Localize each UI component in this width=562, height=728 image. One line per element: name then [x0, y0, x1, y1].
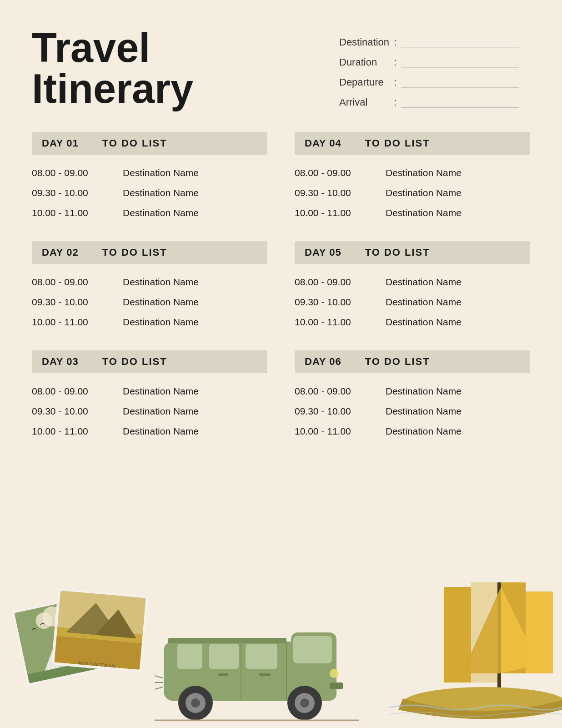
day-todo-label-1: TO DO LIST [89, 132, 181, 155]
photo-cards-decoration: MOUNTAIN [18, 582, 164, 719]
day-block-5: DAY 03TO DO LIST08.00 - 09.00Destination… [32, 350, 267, 441]
duration-line[interactable] [401, 57, 519, 67]
item-destination-name[interactable]: Destination Name [123, 297, 199, 308]
day-header-3: DAY 02TO DO LIST [32, 241, 267, 264]
day-header-2: DAY 04TO DO LIST [295, 132, 530, 155]
photo-card-2: MOUNTAIN [51, 588, 149, 673]
item-time: 09.30 - 10.00 [32, 187, 123, 198]
list-item: 10.00 - 11.00Destination Name [32, 421, 267, 441]
item-time: 08.00 - 09.00 [295, 386, 386, 397]
item-destination-name[interactable]: Destination Name [386, 187, 462, 198]
days-grid: DAY 01TO DO LIST08.00 - 09.00Destination… [32, 132, 530, 441]
day-todo-label-3: TO DO LIST [89, 241, 181, 264]
item-destination-name[interactable]: Destination Name [123, 406, 199, 417]
duration-label: Duration [339, 56, 389, 68]
day-header-1: DAY 01TO DO LIST [32, 132, 267, 155]
svg-rect-20 [246, 644, 277, 669]
svg-line-35 [155, 676, 163, 678]
day-label-3: DAY 02 [32, 241, 89, 264]
svg-rect-38 [168, 638, 286, 643]
info-row-departure: Departure : [339, 76, 530, 88]
item-time: 09.30 - 10.00 [295, 187, 386, 198]
destination-line[interactable] [401, 37, 519, 47]
svg-rect-31 [330, 682, 343, 689]
item-time: 10.00 - 11.00 [32, 426, 123, 437]
item-time: 08.00 - 09.00 [32, 277, 123, 288]
item-destination-name[interactable]: Destination Name [386, 277, 462, 288]
page: Travel Itinerary Destination : Duration … [0, 0, 562, 728]
svg-rect-19 [293, 636, 332, 663]
item-destination-name[interactable]: Destination Name [386, 406, 462, 417]
svg-point-32 [330, 669, 339, 678]
list-item: 08.00 - 09.00Destination Name [295, 272, 530, 292]
list-item: 08.00 - 09.00Destination Name [295, 381, 530, 401]
title-line1: Travel [32, 25, 150, 71]
item-destination-name[interactable]: Destination Name [123, 386, 199, 397]
list-item: 10.00 - 11.00Destination Name [32, 312, 267, 332]
item-time: 09.30 - 10.00 [295, 406, 386, 417]
list-item: 09.30 - 10.00Destination Name [32, 401, 267, 421]
item-destination-name[interactable]: Destination Name [386, 297, 462, 308]
day-header-6: DAY 06TO DO LIST [295, 350, 530, 373]
list-item: 09.30 - 10.00Destination Name [32, 292, 267, 312]
item-destination-name[interactable]: Destination Name [386, 207, 462, 218]
item-destination-name[interactable]: Destination Name [123, 207, 199, 218]
item-destination-name[interactable]: Destination Name [386, 317, 462, 328]
item-destination-name[interactable]: Destination Name [123, 317, 199, 328]
arrival-label: Arrival [339, 96, 389, 108]
info-row-destination: Destination : [339, 36, 530, 48]
item-destination-name[interactable]: Destination Name [386, 426, 462, 437]
day-todo-label-4: TO DO LIST [351, 241, 444, 264]
departure-line[interactable] [401, 77, 519, 87]
departure-label: Departure [339, 76, 389, 88]
item-time: 09.30 - 10.00 [295, 297, 386, 308]
item-time: 09.30 - 10.00 [32, 297, 123, 308]
svg-rect-33 [259, 673, 271, 676]
info-row-duration: Duration : [339, 56, 530, 68]
title-line2: Itinerary [32, 66, 193, 111]
day-label-6: DAY 06 [295, 350, 351, 373]
day-label-5: DAY 03 [32, 350, 89, 373]
item-time: 10.00 - 11.00 [295, 317, 386, 328]
list-item: 09.30 - 10.00Destination Name [295, 292, 530, 312]
item-destination-name[interactable]: Destination Name [123, 187, 199, 198]
item-time: 10.00 - 11.00 [295, 207, 386, 218]
main-title: Travel Itinerary [32, 27, 193, 109]
svg-line-37 [155, 687, 163, 689]
list-item: 10.00 - 11.00Destination Name [295, 421, 530, 441]
item-destination-name[interactable]: Destination Name [123, 167, 199, 178]
day-label-4: DAY 05 [295, 241, 351, 264]
list-item: 10.00 - 11.00Destination Name [295, 203, 530, 223]
arrival-colon: : [394, 96, 396, 108]
list-item: 10.00 - 11.00Destination Name [32, 203, 267, 223]
item-destination-name[interactable]: Destination Name [123, 277, 199, 288]
day-block-1: DAY 01TO DO LIST08.00 - 09.00Destination… [32, 132, 267, 223]
item-time: 08.00 - 09.00 [295, 277, 386, 288]
day-header-4: DAY 05TO DO LIST [295, 241, 530, 264]
departure-colon: : [394, 76, 396, 88]
day-header-5: DAY 03TO DO LIST [32, 350, 267, 373]
item-time: 10.00 - 11.00 [295, 426, 386, 437]
day-todo-label-6: TO DO LIST [351, 350, 444, 373]
list-item: 08.00 - 09.00Destination Name [32, 163, 267, 183]
day-block-2: DAY 04TO DO LIST08.00 - 09.00Destination… [295, 132, 530, 223]
svg-point-27 [191, 698, 200, 708]
title-block: Travel Itinerary [32, 27, 193, 109]
info-row-arrival: Arrival : [339, 96, 530, 108]
svg-rect-22 [177, 644, 202, 669]
svg-point-30 [300, 698, 309, 708]
item-time: 08.00 - 09.00 [32, 386, 123, 397]
list-item: 10.00 - 11.00Destination Name [295, 312, 530, 332]
list-item: 09.30 - 10.00Destination Name [295, 401, 530, 421]
item-destination-name[interactable]: Destination Name [123, 426, 199, 437]
item-time: 10.00 - 11.00 [32, 317, 123, 328]
day-label-2: DAY 04 [295, 132, 351, 155]
item-time: 08.00 - 09.00 [295, 167, 386, 178]
item-time: 09.30 - 10.00 [32, 406, 123, 417]
list-item: 08.00 - 09.00Destination Name [295, 163, 530, 183]
item-destination-name[interactable]: Destination Name [386, 386, 462, 397]
list-item: 08.00 - 09.00Destination Name [32, 272, 267, 292]
destination-label: Destination [339, 36, 389, 48]
arrival-line[interactable] [401, 97, 519, 107]
item-destination-name[interactable]: Destination Name [386, 167, 462, 178]
